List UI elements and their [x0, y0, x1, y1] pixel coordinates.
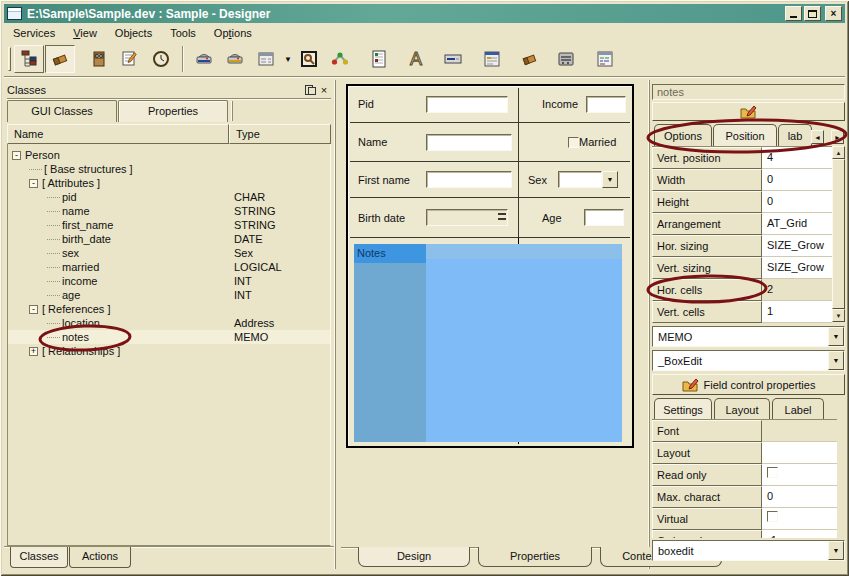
book-button[interactable] [84, 45, 114, 73]
title-bar[interactable]: E:\Sample\Sample.dev : Sample - Designer… [4, 4, 845, 23]
machine-blue-button[interactable] [189, 45, 219, 73]
pid-input[interactable] [426, 96, 508, 113]
menu-item-services[interactable]: Services [4, 25, 64, 41]
close-panel-icon[interactable]: × [317, 83, 331, 96]
font-button[interactable]: A [401, 45, 431, 73]
form-design-canvas[interactable]: Pid Income Name Married First name Sex ▼… [346, 84, 634, 448]
report-button[interactable] [364, 45, 394, 73]
tree-item-first-name[interactable]: first_name STRING [8, 218, 330, 232]
tab-layout[interactable]: Layout [714, 398, 770, 419]
scrollbar-thumb[interactable] [832, 159, 845, 309]
name-input[interactable] [426, 134, 512, 151]
column-header-name[interactable]: Name [7, 124, 229, 144]
married-checkbox[interactable] [568, 137, 579, 148]
form-window-button[interactable] [251, 45, 281, 73]
virtual-checkbox[interactable] [767, 511, 778, 522]
property-grid-scrollbar[interactable]: ▲ ▼ [832, 146, 845, 322]
tree-item-notes[interactable]: notes MEMO [8, 330, 330, 344]
machine-yellow-button[interactable] [220, 45, 250, 73]
tab-properties-bottom[interactable]: Properties [478, 547, 592, 567]
notes-edit-area[interactable] [426, 244, 622, 442]
clock-button[interactable] [146, 45, 176, 73]
tree-item-pid[interactable]: pid CHAR [8, 190, 330, 204]
menu-item-objects[interactable]: Objects [106, 25, 161, 41]
collapse-icon[interactable]: - [29, 179, 38, 188]
maximize-button[interactable] [804, 6, 821, 21]
property-row-virtual[interactable]: Virtual [652, 508, 837, 530]
tab-position[interactable]: Position [713, 124, 777, 146]
edit-field-button[interactable] [652, 102, 845, 121]
collapse-icon[interactable]: - [12, 151, 21, 160]
income-input[interactable] [586, 96, 626, 113]
preview-button[interactable] [294, 45, 324, 73]
menu-item-view[interactable]: View [64, 25, 106, 41]
close-button[interactable]: × [825, 6, 842, 21]
scroll-down-icon[interactable]: ▼ [832, 309, 845, 322]
tree-item-relationships[interactable]: + [ Relationships ] [8, 344, 330, 358]
property-row-order-column[interactable]: Order column -1 [652, 530, 837, 538]
age-input[interactable] [584, 209, 624, 226]
menu-item-options[interactable]: Options [205, 25, 261, 41]
menu-item-tools[interactable]: Tools [161, 25, 205, 41]
control-class-select[interactable]: _BoxEdit ▼ [652, 350, 845, 371]
scroll-up-icon[interactable]: ▲ [832, 146, 845, 159]
notes-memo-control[interactable]: Notes [354, 244, 626, 442]
tab-scroll-right-icon[interactable]: ► [831, 130, 844, 144]
form-window-dropdown-arrow[interactable]: ▼ [282, 45, 294, 73]
form-grid-button[interactable] [477, 45, 507, 73]
tree-item-age[interactable]: age INT [8, 288, 330, 302]
engine-button[interactable] [551, 45, 581, 73]
property-row-read-only[interactable]: Read only [652, 464, 837, 486]
field-type-select[interactable]: MEMO ▼ [652, 326, 845, 347]
tab-gui-classes[interactable]: GUI Classes [7, 100, 117, 122]
minimize-button[interactable] [785, 6, 802, 21]
sex-dropdown-arrow[interactable]: ▼ [602, 171, 618, 188]
toolbar-grip[interactable] [8, 47, 11, 71]
tree-item-married[interactable]: married LOGICAL [8, 260, 330, 274]
tab-scroll-left-icon[interactable]: ◄ [811, 130, 824, 144]
eraser-small-button[interactable] [514, 45, 544, 73]
right-splitter[interactable] [648, 80, 650, 569]
tab-settings[interactable]: Settings [654, 398, 712, 419]
read-only-checkbox[interactable] [767, 467, 778, 478]
tab-label-truncated[interactable]: lab [778, 124, 812, 146]
tree-item-attributes[interactable]: - [ Attributes ] [8, 176, 330, 190]
first-name-input[interactable] [426, 171, 512, 188]
property-row-font[interactable]: Font [652, 420, 837, 442]
control-name-dropdown-arrow[interactable]: ▼ [828, 541, 844, 560]
property-row[interactable]: Width 0 [652, 169, 832, 191]
property-row[interactable]: Hor. sizing SIZE_Grow [652, 235, 832, 257]
property-row[interactable]: Vert. cells 1 [652, 301, 832, 323]
tab-properties[interactable]: Properties [118, 100, 228, 122]
tab-classes[interactable]: Classes [10, 547, 68, 568]
code-window-button[interactable] [590, 45, 620, 73]
tree-item-name[interactable]: name STRING [8, 204, 330, 218]
control-dropdown-arrow[interactable]: ▼ [828, 351, 844, 370]
left-splitter[interactable] [334, 80, 336, 569]
tree-item-references[interactable]: - [ References ] [8, 302, 330, 316]
birth-date-picker-icon[interactable] [498, 213, 506, 215]
field-control-properties-button[interactable]: Field control properties [652, 374, 845, 395]
tree-item-birth-date[interactable]: birth_date DATE [8, 232, 330, 246]
traffic-light-button[interactable] [325, 45, 355, 73]
tree-item-base-structures[interactable]: [ Base structures ] [8, 162, 330, 176]
property-row[interactable]: Vert. sizing SIZE_Grow [652, 257, 832, 279]
widget-button-button[interactable] [438, 45, 468, 73]
property-row[interactable]: Height 0 [652, 191, 832, 213]
tab-options[interactable]: Options [654, 124, 712, 146]
notes-label[interactable]: Notes [354, 244, 426, 263]
tab-actions[interactable]: Actions [69, 547, 131, 568]
class-tree-button[interactable] [14, 45, 44, 73]
tab-label[interactable]: Label [772, 398, 824, 419]
property-row[interactable]: Arrangement AT_Grid [652, 213, 832, 235]
birth-date-input[interactable] [426, 209, 508, 226]
tree-item-person[interactable]: - Person [8, 148, 330, 162]
tree-item-income[interactable]: income INT [8, 274, 330, 288]
column-header-type[interactable]: Type [229, 124, 331, 144]
tab-design[interactable]: Design [358, 547, 470, 567]
sex-combobox[interactable] [558, 171, 602, 188]
tree-item-location[interactable]: location Address [8, 316, 330, 330]
property-row-max-characters[interactable]: Max. charact 0 [652, 486, 837, 508]
eraser-button[interactable] [45, 45, 75, 73]
control-name-select[interactable]: boxedit ▼ [652, 540, 845, 561]
